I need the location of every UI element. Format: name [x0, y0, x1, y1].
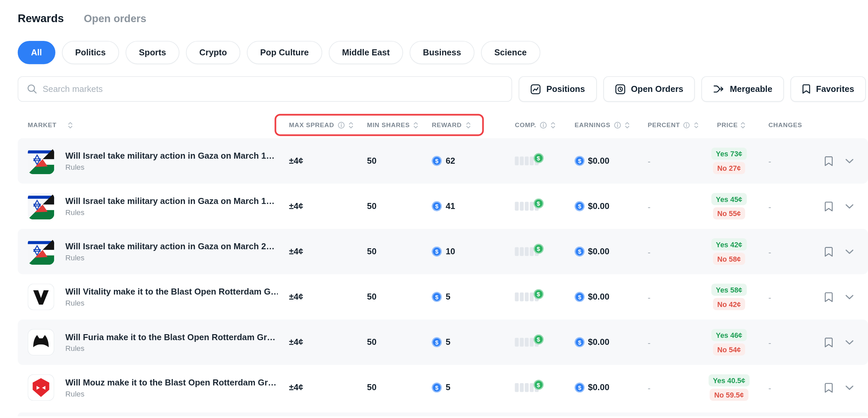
chevron-down-icon[interactable]	[845, 249, 854, 254]
reward-coin-icon	[432, 247, 442, 257]
sort-icon[interactable]	[348, 121, 353, 129]
table-row[interactable]: Will Vitality make it to the Blast Open …	[18, 274, 868, 319]
market-title[interactable]: Will Furia make it to the Blast Open Rot…	[65, 332, 275, 342]
bookmark-icon[interactable]	[824, 156, 833, 166]
bookmark-icon[interactable]	[824, 201, 833, 211]
col-header-market[interactable]: MARKET	[28, 121, 278, 129]
filter-pill-all[interactable]: All	[18, 41, 55, 64]
sort-icon[interactable]	[550, 121, 556, 129]
positions-button[interactable]: Positions	[519, 76, 597, 102]
next-row-partial	[18, 412, 868, 416]
table-row[interactable]: Will Israel take military action in Gaza…	[18, 229, 868, 274]
col-header-comp[interactable]: COMP.	[484, 121, 559, 129]
max-spread-value: ±4¢	[278, 292, 355, 302]
chevron-down-icon[interactable]	[845, 204, 854, 209]
table-row[interactable]: Will Israel take military action in Gaza…	[18, 183, 868, 229]
comp-header-label: COMP.	[515, 122, 536, 129]
filter-pill-crypto[interactable]: Crypto	[186, 41, 240, 64]
furia-logo-icon	[28, 329, 54, 356]
vitality-logo-icon	[28, 283, 54, 310]
chevron-down-icon[interactable]	[845, 158, 854, 163]
table-row[interactable]: Will Mouz make it to the Blast Open Rott…	[18, 365, 868, 410]
market-title[interactable]: Will Mouz make it to the Blast Open Rott…	[65, 377, 276, 387]
favorites-label: Favorites	[816, 84, 854, 94]
earnings-coin-icon	[575, 247, 585, 257]
yes-price-pill[interactable]: Yes 40.5¢	[708, 374, 750, 386]
market-title[interactable]: Will Israel take military action in Gaza…	[65, 196, 274, 206]
info-icon[interactable]	[683, 121, 690, 129]
rules-link[interactable]: Rules	[65, 163, 274, 171]
table-row[interactable]: Will Israel take military action in Gaza…	[18, 138, 868, 183]
rules-link[interactable]: Rules	[65, 299, 278, 307]
competitiveness-cell	[484, 156, 559, 166]
reward-cell: 5	[422, 292, 484, 302]
no-price-pill[interactable]: No 54¢	[713, 343, 745, 355]
sort-icon[interactable]	[740, 121, 745, 129]
changes-value: -	[752, 247, 805, 256]
sort-icon[interactable]	[624, 121, 629, 129]
yes-price-pill[interactable]: Yes 73¢	[711, 148, 747, 160]
bookmark-icon[interactable]	[824, 291, 833, 302]
col-header-reward[interactable]: REWARD	[422, 121, 484, 129]
open-orders-button[interactable]: Open Orders	[603, 76, 695, 102]
chevron-down-icon[interactable]	[845, 340, 854, 345]
sort-icon[interactable]	[466, 121, 471, 129]
market-title[interactable]: Will Israel take military action in Gaza…	[65, 151, 274, 161]
info-icon[interactable]	[338, 121, 345, 129]
col-header-min-shares[interactable]: MIN SHARES	[355, 121, 422, 129]
min-shares-value: 50	[355, 292, 422, 302]
earnings-coin-icon	[575, 382, 585, 392]
rules-link[interactable]: Rules	[65, 208, 274, 216]
earnings-value: $0.00	[588, 201, 609, 211]
search-input[interactable]	[43, 84, 502, 94]
info-icon[interactable]	[614, 121, 621, 129]
yes-price-pill[interactable]: Yes 42¢	[711, 238, 747, 250]
no-price-pill[interactable]: No 58¢	[713, 253, 745, 265]
israel-palestine-flag-icon	[28, 238, 54, 265]
filter-pill-business[interactable]: Business	[409, 41, 474, 64]
chevron-down-icon[interactable]	[845, 294, 854, 300]
sort-icon[interactable]	[413, 121, 418, 129]
no-price-pill[interactable]: No 59.5¢	[710, 389, 748, 401]
col-header-percent[interactable]: PERCENT	[632, 121, 699, 129]
filter-pill-science[interactable]: Science	[481, 41, 540, 64]
favorites-button[interactable]: Favorites	[790, 76, 866, 102]
market-title[interactable]: Will Israel take military action in Gaza…	[65, 241, 274, 251]
min-shares-value: 50	[355, 156, 422, 166]
no-price-pill[interactable]: No 42¢	[713, 298, 745, 310]
min-shares-value: 50	[355, 382, 422, 392]
yes-price-pill[interactable]: Yes 58¢	[711, 283, 747, 295]
info-icon[interactable]	[539, 121, 547, 129]
rules-link[interactable]: Rules	[65, 344, 275, 353]
changes-value: -	[752, 338, 805, 347]
col-header-price[interactable]: PRICE	[699, 121, 752, 129]
yes-price-pill[interactable]: Yes 46¢	[711, 329, 747, 341]
filter-pill-sports[interactable]: Sports	[126, 41, 179, 64]
yes-price-pill[interactable]: Yes 45¢	[711, 193, 747, 205]
col-header-earnings[interactable]: EARNINGS	[559, 121, 632, 129]
col-header-max-spread[interactable]: MAX SPREAD	[278, 121, 355, 129]
mergeable-button[interactable]: Mergeable	[702, 76, 784, 102]
no-price-pill[interactable]: No 55¢	[713, 207, 745, 219]
filter-pill-pop-culture[interactable]: Pop Culture	[247, 41, 322, 64]
tab-rewards[interactable]: Rewards	[18, 12, 64, 25]
bookmark-icon[interactable]	[824, 246, 833, 257]
search-box[interactable]	[18, 76, 512, 102]
filter-pill-middle-east[interactable]: Middle East	[329, 41, 403, 64]
chevron-down-icon[interactable]	[845, 385, 854, 390]
no-price-pill[interactable]: No 27¢	[713, 162, 745, 174]
bookmark-icon[interactable]	[824, 382, 833, 393]
competitiveness-cell	[484, 337, 559, 347]
sort-icon[interactable]	[693, 121, 699, 129]
max-spread-value: ±4¢	[278, 201, 355, 211]
table-row[interactable]: Will Furia make it to the Blast Open Rot…	[18, 320, 868, 365]
comp-coin-icon	[533, 289, 544, 299]
market-title[interactable]: Will Vitality make it to the Blast Open …	[65, 286, 278, 297]
tab-open-orders[interactable]: Open orders	[84, 13, 146, 25]
filter-pill-politics[interactable]: Politics	[62, 41, 119, 64]
sort-icon[interactable]	[67, 121, 73, 129]
reward-value: 62	[446, 156, 455, 166]
bookmark-icon[interactable]	[824, 337, 833, 347]
rules-link[interactable]: Rules	[65, 254, 274, 262]
rules-link[interactable]: Rules	[65, 389, 276, 398]
